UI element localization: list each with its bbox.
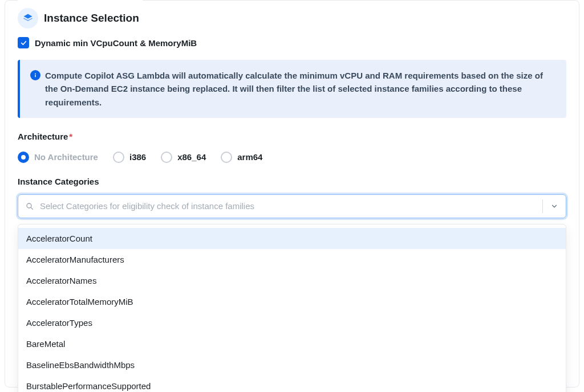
dropdown-option[interactable]: BareMetal — [18, 333, 566, 354]
radio-indicator — [113, 152, 124, 163]
dropdown-option[interactable]: AcceleratorCount — [18, 228, 566, 249]
radio-indicator — [161, 152, 172, 163]
info-banner: Compute Copilot ASG Lambda will automati… — [18, 60, 566, 118]
required-indicator: * — [69, 132, 72, 141]
categories-combobox[interactable] — [18, 194, 566, 218]
categories-combobox-wrap: AcceleratorCount AcceleratorManufacturer… — [18, 194, 566, 218]
radio-arm64[interactable]: arm64 — [221, 152, 262, 163]
dropdown-option[interactable]: AcceleratorManufacturers — [18, 249, 566, 270]
radio-x86-64[interactable]: x86_64 — [161, 152, 206, 163]
radio-no-architecture[interactable]: No Architecture — [18, 152, 98, 163]
dropdown-option[interactable]: BurstablePerformanceSupported — [18, 375, 566, 392]
svg-point-0 — [35, 74, 36, 75]
dynamic-toggle-label: Dynamic min VCpuCount & MemoryMiB — [35, 38, 197, 48]
chevron-down-icon — [550, 202, 558, 210]
radio-i386[interactable]: i386 — [113, 152, 146, 163]
radio-label: x86_64 — [177, 152, 206, 162]
categories-dropdown: AcceleratorCount AcceleratorManufacturer… — [18, 224, 566, 392]
layers-icon — [18, 8, 38, 28]
svg-rect-1 — [35, 75, 36, 77]
check-icon — [20, 39, 27, 47]
dropdown-option[interactable]: AcceleratorTotalMemoryMiB — [18, 291, 566, 312]
dropdown-option[interactable]: AcceleratorNames — [18, 270, 566, 291]
radio-indicator — [221, 152, 232, 163]
radio-label: No Architecture — [34, 152, 98, 162]
info-icon — [30, 70, 40, 80]
architecture-radio-group: No Architecture i386 x86_64 arm64 — [18, 152, 566, 163]
combobox-toggle[interactable] — [543, 195, 566, 218]
panel-header: Instance Selection — [18, 0, 143, 28]
info-banner-text: Compute Copilot ASG Lambda will automati… — [45, 69, 556, 109]
dynamic-toggle-checkbox[interactable] — [18, 37, 29, 48]
dropdown-option[interactable]: BaselineEbsBandwidthMbps — [18, 354, 566, 375]
search-icon — [18, 195, 40, 218]
dropdown-option[interactable]: AcceleratorTypes — [18, 312, 566, 333]
radio-label: i386 — [129, 152, 146, 162]
instance-selection-panel: Instance Selection Dynamic min VCpuCount… — [5, 0, 579, 387]
radio-label: arm64 — [237, 152, 262, 162]
categories-search-input[interactable] — [40, 195, 542, 218]
categories-label: Instance Categories — [18, 177, 566, 186]
radio-indicator — [18, 152, 29, 163]
dynamic-toggle-row: Dynamic min VCpuCount & MemoryMiB — [18, 37, 566, 48]
architecture-label-text: Architecture — [18, 132, 68, 141]
panel-title: Instance Selection — [44, 12, 139, 24]
svg-line-3 — [31, 207, 33, 209]
architecture-label: Architecture* — [18, 132, 566, 141]
